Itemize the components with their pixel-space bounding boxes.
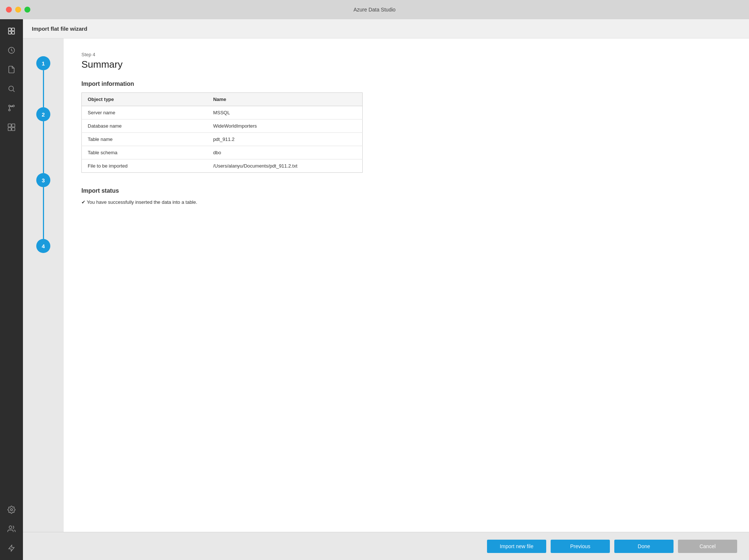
wizard-body: 1 2 3 4 Step 4 Summary	[23, 38, 749, 532]
col-header-name: Name	[207, 93, 363, 106]
steps-panel: 1 2 3 4	[23, 38, 64, 532]
table-row: Server name MSSQL	[82, 106, 363, 119]
step-1-line	[43, 70, 44, 107]
step-title: Summary	[81, 59, 731, 70]
sidebar-item-git[interactable]	[3, 100, 20, 116]
svg-point-15	[9, 526, 12, 529]
import-new-file-button[interactable]: Import new file	[487, 540, 546, 553]
topbar: Import flat file wizard	[23, 19, 749, 38]
import-info-title: Import information	[81, 81, 731, 87]
step-2-circle: 2	[36, 107, 50, 121]
step-3: 3	[36, 173, 50, 239]
table-row: Table schema dbo	[82, 146, 363, 159]
svg-rect-3	[12, 31, 14, 34]
sidebar-item-file[interactable]	[3, 61, 20, 78]
maximize-button[interactable]	[24, 7, 30, 13]
table-header-row: Object type Name	[82, 93, 363, 106]
import-info-table: Object type Name Server name MSSQL Datab…	[81, 92, 363, 173]
row-2-value: pdt_911.2	[207, 133, 363, 146]
svg-rect-13	[12, 128, 15, 131]
previous-button[interactable]: Previous	[551, 540, 610, 553]
table-row: File to be imported /Users/alanyu/Docume…	[82, 159, 363, 173]
sidebar-item-history[interactable]	[3, 42, 20, 58]
step-3-circle: 3	[36, 173, 50, 187]
sidebar-item-search[interactable]	[3, 81, 20, 97]
col-header-object-type: Object type	[82, 93, 207, 106]
minimize-button[interactable]	[15, 7, 21, 13]
row-2-label: Table name	[82, 133, 207, 146]
action-bar: Import new file Previous Done Cancel	[23, 532, 749, 560]
step-4: 4	[36, 239, 50, 253]
svg-rect-1	[12, 28, 14, 31]
import-status-title: Import status	[81, 188, 731, 194]
row-1-label: Database name	[82, 119, 207, 133]
row-4-label: File to be imported	[82, 159, 207, 173]
step-4-circle: 4	[36, 239, 50, 253]
row-3-value: dbo	[207, 146, 363, 159]
wizard-title: Import flat file wizard	[32, 26, 87, 32]
row-0-value: MSSQL	[207, 106, 363, 119]
done-button[interactable]: Done	[614, 540, 674, 553]
step-label: Step 4	[81, 52, 731, 57]
window-controls	[6, 7, 30, 13]
svg-rect-2	[9, 31, 11, 34]
content-area: Import flat file wizard 1 2 3 4	[23, 19, 749, 560]
svg-line-6	[13, 90, 14, 92]
svg-rect-12	[8, 128, 11, 131]
sidebar-item-extensions[interactable]	[3, 119, 20, 135]
step-3-line	[43, 187, 44, 239]
app-title: Azure Data Studio	[353, 7, 396, 13]
step-2: 2	[36, 107, 50, 173]
app-body: Import flat file wizard 1 2 3 4	[0, 19, 749, 560]
row-4-value: /Users/alanyu/Documents/pdt_911.2.txt	[207, 159, 363, 173]
step-1: 1	[36, 56, 50, 107]
close-button[interactable]	[6, 7, 12, 13]
table-row: Database name WideWorldImporters	[82, 119, 363, 133]
row-1-value: WideWorldImporters	[207, 119, 363, 133]
wizard-main-content: Step 4 Summary Import information Object…	[64, 38, 749, 532]
svg-point-8	[13, 105, 14, 107]
step-1-circle: 1	[36, 56, 50, 70]
sidebar	[0, 19, 23, 560]
row-3-label: Table schema	[82, 146, 207, 159]
svg-point-7	[9, 105, 10, 107]
sidebar-item-remote[interactable]	[3, 540, 20, 556]
svg-rect-11	[12, 124, 15, 127]
titlebar: Azure Data Studio	[0, 0, 749, 19]
svg-point-14	[10, 509, 13, 511]
svg-rect-10	[8, 124, 11, 127]
table-row: Table name pdt_911.2	[82, 133, 363, 146]
import-status-section: Import status ✔ You have successfully in…	[81, 188, 731, 205]
sidebar-bottom	[3, 502, 20, 560]
svg-rect-0	[9, 28, 11, 31]
svg-point-5	[9, 86, 14, 91]
sidebar-item-account[interactable]	[3, 521, 20, 537]
step-2-line	[43, 121, 44, 173]
cancel-button[interactable]: Cancel	[678, 540, 737, 553]
row-0-label: Server name	[82, 106, 207, 119]
import-status-message: ✔ You have successfully inserted the dat…	[81, 199, 731, 205]
sidebar-item-settings[interactable]	[3, 502, 20, 518]
svg-point-9	[9, 109, 10, 111]
sidebar-item-dashboard[interactable]	[3, 23, 20, 39]
